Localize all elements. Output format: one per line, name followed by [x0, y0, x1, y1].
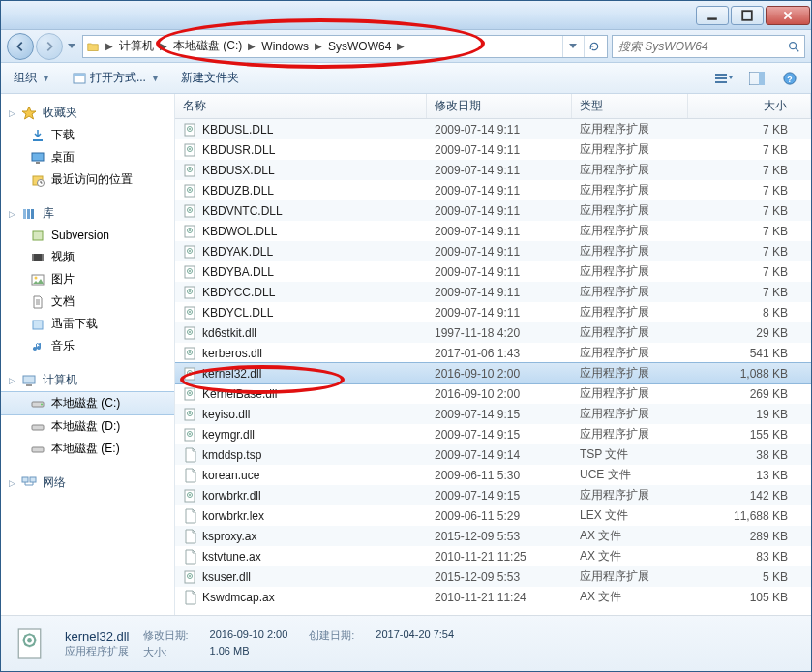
sidebar-group-computer[interactable]: ▷ 计算机 — [1, 369, 174, 391]
sidebar-item-label: 迅雷下载 — [51, 316, 98, 332]
file-name: korwbrkr.dll — [202, 489, 261, 503]
svg-point-43 — [189, 168, 191, 170]
file-size: 289 KB — [688, 530, 811, 543]
svg-rect-33 — [22, 477, 28, 482]
file-size: 5 KB — [688, 570, 811, 584]
file-row[interactable]: kd6stkit.dll1997-11-18 4:20应用程序扩展29 KB — [175, 322, 811, 343]
file-date: 2009-07-14 9:11 — [427, 265, 572, 279]
breadcrumb[interactable]: ▶ 计算机 ▶ 本地磁盘 (C:) ▶ Windows ▶ SysWOW64 ▶ — [82, 35, 608, 58]
file-row[interactable]: KBDUSL.DLL2009-07-14 9:11应用程序扩展7 KB — [175, 119, 811, 139]
sidebar-item-pictures[interactable]: 图片 — [1, 268, 174, 290]
svg-rect-0 — [707, 17, 717, 19]
preview-pane-button[interactable] — [743, 68, 770, 89]
network-icon — [21, 475, 37, 491]
open-with-menu[interactable]: 打开方式... ▼ — [67, 67, 165, 89]
sidebar-item-subversion[interactable]: Subversion — [1, 225, 174, 246]
file-row[interactable]: KBDYBA.DLL2009-07-14 9:11应用程序扩展7 KB — [175, 261, 811, 282]
file-row[interactable]: KBDWOL.DLL2009-07-14 9:11应用程序扩展7 KB — [175, 221, 811, 241]
chevron-right-icon: ▶ — [157, 41, 170, 51]
column-name[interactable]: 名称 — [175, 94, 427, 118]
svg-point-64 — [189, 311, 191, 313]
file-row[interactable]: KBDYCC.DLL2009-07-14 9:11应用程序扩展7 KB — [175, 282, 811, 302]
file-row[interactable]: korwbrkr.lex2009-06-11 5:29LEX 文件11,688 … — [175, 505, 811, 526]
breadcrumb-item[interactable]: 本地磁盘 (C:) — [170, 36, 245, 57]
column-size[interactable]: 大小 — [688, 94, 811, 118]
details-create-label: 创建日期: — [309, 628, 354, 643]
star-icon — [21, 106, 37, 121]
file-row[interactable]: KernelBase.dll2016-09-10 2:00应用程序扩展269 K… — [175, 383, 811, 404]
new-folder-button[interactable]: 新建文件夹 — [176, 67, 244, 89]
sidebar-item-documents[interactable]: 文档 — [1, 290, 174, 313]
file-row[interactable]: kmddsp.tsp2009-07-14 9:14TSP 文件38 KB — [175, 444, 811, 465]
sidebar-item-videos[interactable]: 视频 — [1, 246, 174, 268]
search-icon[interactable] — [783, 40, 804, 53]
file-row[interactable]: kernel32.dll2016-09-10 2:00应用程序扩展1,088 K… — [175, 363, 811, 383]
search-input[interactable] — [613, 40, 783, 53]
breadcrumb-dropdown[interactable] — [562, 36, 582, 57]
file-row[interactable]: Kswdmcap.ax2010-11-21 11:24AX 文件105 KB — [175, 587, 811, 607]
file-size: 7 KB — [688, 143, 811, 157]
file-name: KBDWOL.DLL — [202, 225, 277, 238]
help-button[interactable]: ? — [776, 68, 803, 89]
sidebar-label: 计算机 — [43, 372, 77, 388]
sidebar-item-label: 文档 — [51, 293, 75, 310]
file-list[interactable]: KBDUSL.DLL2009-07-14 9:11应用程序扩展7 KBKBDUS… — [175, 119, 811, 615]
file-row[interactable]: KBDUSX.DLL2009-07-14 9:11应用程序扩展7 KB — [175, 160, 811, 180]
dll-icon — [183, 386, 198, 402]
breadcrumb-item[interactable]: 计算机 — [116, 36, 157, 57]
organize-menu[interactable]: 组织 ▼ — [9, 67, 55, 89]
sidebar-group-network[interactable]: ▷ 网络 — [1, 472, 174, 494]
file-row[interactable]: ksuser.dll2015-12-09 5:53应用程序扩展5 KB — [175, 566, 811, 587]
file-row[interactable]: KBDYAK.DLL2009-07-14 9:11应用程序扩展7 KB — [175, 241, 811, 261]
file-row[interactable]: KBDYCL.DLL2009-07-14 9:11应用程序扩展8 KB — [175, 302, 811, 322]
file-type: 应用程序扩展 — [572, 263, 688, 280]
file-row[interactable]: ksproxy.ax2015-12-09 5:53AX 文件289 KB — [175, 526, 811, 546]
forward-button[interactable] — [36, 33, 63, 60]
column-type[interactable]: 类型 — [572, 94, 688, 118]
file-type: 应用程序扩展 — [572, 345, 688, 361]
maximize-button[interactable] — [731, 6, 764, 25]
search-box[interactable] — [612, 35, 805, 58]
refresh-button[interactable] — [584, 36, 603, 57]
svg-rect-32 — [32, 447, 44, 452]
sidebar-item-thunder[interactable]: 迅雷下载 — [1, 313, 174, 335]
sidebar-item-drive-d[interactable]: 本地磁盘 (D:) — [1, 415, 174, 438]
file-row[interactable]: kstvtune.ax2010-11-21 11:25AX 文件83 KB — [175, 546, 811, 566]
file-row[interactable]: keymgr.dll2009-07-14 9:15应用程序扩展155 KB — [175, 424, 811, 444]
chevron-right-icon: ▶ — [312, 41, 325, 51]
collapse-icon: ▷ — [9, 209, 15, 219]
back-button[interactable] — [7, 33, 34, 60]
file-row[interactable]: korwbrkr.dll2009-07-14 9:15应用程序扩展142 KB — [175, 485, 811, 505]
sidebar-item-drive-c[interactable]: 本地磁盘 (C:) — [1, 391, 174, 415]
svg-point-85 — [189, 494, 191, 496]
close-button[interactable] — [766, 6, 810, 25]
file-size: 7 KB — [688, 245, 811, 259]
sidebar-item-music[interactable]: 音乐 — [1, 335, 174, 357]
file-name: kerberos.dll — [202, 347, 262, 360]
column-date[interactable]: 修改日期 — [427, 94, 572, 118]
file-date: 2009-07-14 9:11 — [427, 204, 572, 218]
file-row[interactable]: korean.uce2009-06-11 5:30UCE 文件13 KB — [175, 465, 811, 485]
file-row[interactable]: KBDUSR.DLL2009-07-14 9:11应用程序扩展7 KB — [175, 139, 811, 160]
sidebar-item-drive-e[interactable]: 本地磁盘 (E:) — [1, 438, 174, 460]
dll-icon — [183, 142, 198, 158]
sidebar-item-desktop[interactable]: 桌面 — [1, 146, 174, 168]
file-row[interactable]: KBDVNTC.DLL2009-07-14 9:11应用程序扩展7 KB — [175, 200, 811, 221]
breadcrumb-item[interactable]: SysWOW64 — [325, 36, 394, 57]
sidebar-item-label: 本地磁盘 (E:) — [51, 441, 120, 457]
file-row[interactable]: keyiso.dll2009-07-14 9:15应用程序扩展19 KB — [175, 404, 811, 424]
minimize-button[interactable] — [696, 6, 729, 25]
svg-point-55 — [189, 250, 191, 252]
sidebar-item-downloads[interactable]: 下载 — [1, 124, 174, 146]
history-dropdown[interactable] — [65, 35, 78, 58]
open-with-label: 打开方式... — [90, 70, 146, 86]
sidebar-item-recent[interactable]: 最近访问的位置 — [1, 168, 174, 191]
sidebar-group-libraries[interactable]: ▷ 库 — [1, 202, 174, 225]
file-row[interactable]: kerberos.dll2017-01-06 1:43应用程序扩展541 KB — [175, 343, 811, 363]
view-options-button[interactable] — [710, 68, 737, 89]
sidebar-item-label: Subversion — [51, 229, 109, 242]
chevron-right-icon: ▶ — [103, 41, 116, 51]
sidebar-group-favorites[interactable]: ▷ 收藏夹 — [1, 102, 174, 124]
file-row[interactable]: KBDUZB.DLL2009-07-14 9:11应用程序扩展7 KB — [175, 180, 811, 200]
breadcrumb-item[interactable]: Windows — [258, 36, 312, 57]
